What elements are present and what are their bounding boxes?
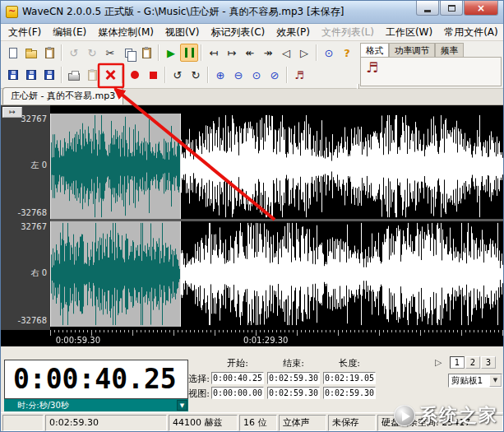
column-header-start: 开始:: [211, 357, 264, 369]
toolbar-button-pause[interactable]: [180, 44, 198, 62]
panel-tab-frequency[interactable]: 频率: [435, 43, 464, 57]
timeline-label-1: 0:01:29.30: [243, 336, 288, 345]
clipboard-page-2[interactable]: 2: [465, 356, 480, 369]
toolbar-button-play[interactable]: ▶: [162, 44, 180, 62]
menu-item-file[interactable]: 文件(F): [2, 24, 47, 41]
clipboard-page-3[interactable]: 3: [481, 356, 496, 369]
toolbar-button-zoom-all[interactable]: ⊘: [266, 66, 284, 84]
toolbar-button-go-start[interactable]: ↤: [205, 44, 223, 62]
toolbar-button-save-as[interactable]: [22, 66, 40, 84]
panel-tab-power[interactable]: 功率调节: [389, 43, 435, 57]
waveform-right-channel[interactable]: [50, 221, 504, 327]
time-format-dropdown-icon[interactable]: ▼: [177, 400, 187, 411]
selection-length-field[interactable]: 0:02:19.05: [323, 372, 376, 384]
toolbar-button-paste-to-new[interactable]: [83, 66, 101, 84]
toolbar-separator: [164, 67, 166, 83]
toolbar-button-zoom-in[interactable]: ⊕: [211, 66, 229, 84]
view-length-field[interactable]: 0:02:59.30: [323, 387, 376, 399]
selection-end-field[interactable]: 0:02:59.30: [267, 372, 320, 384]
toolbar-button-redo[interactable]: ↻: [83, 44, 101, 62]
clipboard-page-buttons: 123: [450, 356, 496, 369]
file-tab[interactable]: 庄心妍 - 真的不容易.mp3: [2, 87, 123, 105]
toolbar-button-go-end[interactable]: ↦: [223, 44, 241, 62]
toolbar-button-print[interactable]: [65, 66, 83, 84]
save-all-icon: [44, 70, 54, 80]
toolbar-button-help[interactable]: ?: [338, 44, 356, 62]
menu-item-media-control[interactable]: 媒体控制(M): [92, 24, 160, 41]
menu-item-edit[interactable]: 编辑(E): [47, 24, 92, 41]
clipboard-selector[interactable]: 剪贴板1 ▼: [448, 374, 502, 388]
toolbar-row-1: ↺↻✂▶↤↦↞↠◁▷⊙?: [4, 43, 356, 63]
minimize-button[interactable]: [416, 1, 439, 16]
toolbar-button-copy[interactable]: [119, 44, 137, 62]
waveform-left-channel[interactable]: [50, 114, 504, 219]
toolbar-separator: [207, 67, 209, 83]
toolbar-button-marker-next[interactable]: ↠: [259, 44, 277, 62]
status-position: 0:02:59.30: [45, 415, 167, 431]
waveform-area: 32767左 0-3276832767右 0-32768 ↦: [1, 105, 504, 330]
play-icon: ▶: [167, 48, 175, 58]
clipboard-page-1[interactable]: 1: [450, 356, 465, 369]
play-after-cursor-icon: ▷: [300, 48, 308, 58]
menu-item-recent-files[interactable]: 常用文件(A): [438, 24, 504, 41]
toolbar-separator: [122, 67, 123, 83]
redo-icon: ↻: [88, 48, 97, 58]
marker-next-icon: ↠: [264, 48, 273, 58]
panel-tab-format[interactable]: 格式: [360, 43, 389, 57]
toolbar-button-save-all[interactable]: [40, 66, 58, 84]
timeline-ruler[interactable]: 0:00:59.300:01:29.30: [1, 330, 504, 346]
title-bar: ~ WaveCN 2.0.0.5 正式版 - G:\Music\庄心妍 - 真的…: [1, 1, 503, 24]
cycle-icon: ↻: [192, 70, 201, 81]
clipboard-dropdown-icon[interactable]: ▼: [489, 374, 502, 387]
zoom-all-icon: ⊘: [270, 70, 280, 81]
toolbar-button-delete-x[interactable]: [101, 66, 119, 84]
music-note-icon: ♬: [294, 70, 304, 81]
toolbar-button-zoom-out[interactable]: ⊖: [229, 66, 247, 84]
format-panel: 格式功率调节频率 ♬: [360, 43, 502, 86]
toolbar-separator: [61, 44, 62, 61]
view-end-field[interactable]: 0:02:59.30: [267, 387, 320, 399]
help-icon: ?: [344, 48, 350, 58]
menu-item-marker-list[interactable]: 标记列表(C): [206, 24, 271, 41]
range-mode-button[interactable]: ↦: [2, 107, 22, 118]
toolbar-button-open-clipboard[interactable]: [40, 44, 58, 62]
maximize-icon: [448, 5, 455, 12]
toolbar-button-new-file[interactable]: [4, 44, 22, 62]
toolbar-button-cycle[interactable]: ↻: [187, 66, 205, 84]
column-header-length: 长度:: [323, 357, 376, 369]
wavecn-window: ~ WaveCN 2.0.0.5 正式版 - G:\Music\庄心妍 - 真的…: [0, 0, 504, 432]
toolbar-button-save[interactable]: [4, 66, 22, 84]
menu-item-view[interactable]: 视图(V): [160, 24, 206, 41]
toolbar-button-cut[interactable]: ✂: [101, 44, 119, 62]
toolbar-button-music-note[interactable]: ♬: [290, 66, 308, 84]
menu-item-effects[interactable]: 效果(P): [270, 24, 316, 41]
selection-start-field[interactable]: 0:00:40.25: [211, 372, 264, 384]
save-as-icon: [26, 70, 36, 80]
close-button[interactable]: ×: [464, 1, 498, 16]
timeline-label-0: 0:00:59.30: [56, 336, 100, 345]
status-empty: [2, 415, 44, 431]
clipboard-play-icon[interactable]: ▷: [435, 358, 442, 367]
toolbar-button-marker-prev[interactable]: ↞: [241, 44, 259, 62]
amplitude-min-label-right: -32768: [18, 316, 47, 326]
toolbar-button-open-file[interactable]: [22, 44, 40, 62]
time-format-bar[interactable]: 时:分:秒/30秒 ▼: [4, 399, 188, 411]
maximize-button[interactable]: [440, 1, 463, 16]
window-controls: ×: [416, 1, 498, 16]
toolbar-button-paste[interactable]: [137, 44, 155, 62]
toolbar-button-play-after-cursor[interactable]: ▷: [295, 44, 313, 62]
toolbar-button-loop[interactable]: ↺: [169, 66, 187, 84]
menu-item-file-list[interactable]: 文件列表(L): [316, 24, 380, 41]
toolbar-button-record[interactable]: [126, 66, 144, 84]
marker-prev-icon: ↞: [246, 48, 255, 58]
toolbar-button-undo[interactable]: ↺: [65, 44, 83, 62]
toolbar-button-play-before-cursor[interactable]: ◁: [277, 44, 295, 62]
menu-item-workspace[interactable]: 工作区(W): [380, 24, 438, 41]
toolbar-button-zoom-selection[interactable]: ⊙: [247, 66, 266, 84]
toolbar-button-stop[interactable]: [144, 66, 162, 84]
view-start-field[interactable]: 0:00:00.00: [211, 387, 264, 399]
cut-icon: ✂: [106, 48, 115, 58]
row-label-selection: 选择:: [183, 373, 210, 385]
music-format-icon: ♬: [366, 59, 378, 76]
toolbar-button-select-view[interactable]: ⊙: [320, 44, 338, 62]
